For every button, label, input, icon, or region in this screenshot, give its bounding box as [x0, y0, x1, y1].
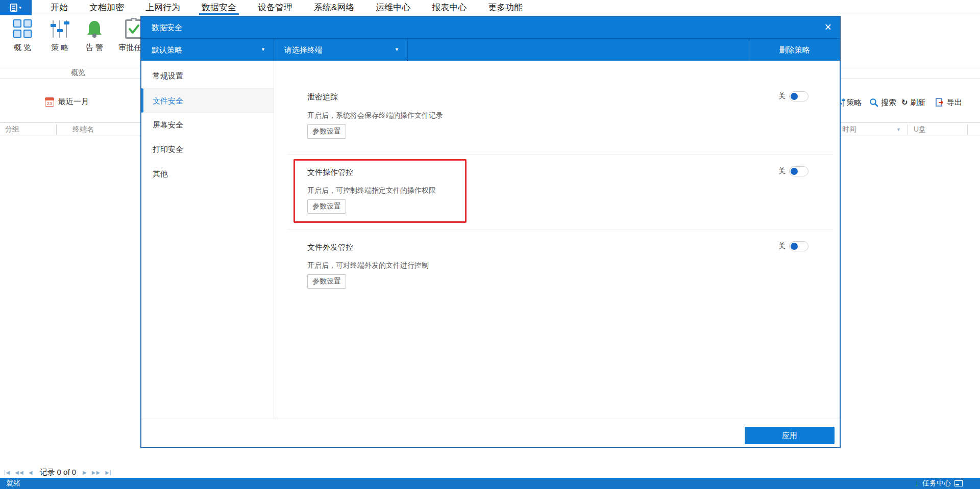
- toggle-state-label: 关: [778, 167, 786, 176]
- menu-item-ops-center[interactable]: 运维中心: [365, 0, 421, 15]
- sidebar-item-file-security[interactable]: 文件安全: [141, 88, 274, 113]
- terminal-select-dropdown[interactable]: 请选择终端 ▼: [274, 39, 408, 61]
- tool-policy-label: 策 略: [41, 43, 78, 53]
- chevron-down-icon: ▼: [261, 39, 265, 61]
- main-menu: 开始 文档加密 上网行为 数据安全 设备管理 系统&网络 运维中心 报表中心 更…: [40, 0, 533, 15]
- menu-item-system-network[interactable]: 系统&网络: [303, 0, 365, 15]
- menu-item-start[interactable]: 开始: [40, 0, 79, 15]
- tool-policy[interactable]: 策 略: [41, 18, 78, 64]
- section-file-op-title: 文件操作管控: [307, 168, 353, 177]
- chevron-down-icon: ▾: [19, 6, 21, 10]
- alert-bell-icon: [84, 19, 105, 40]
- dialog-toolbar: 默认策略 ▼ 请选择终端 ▼ 删除策略: [141, 38, 840, 61]
- leak-trace-toggle[interactable]: [789, 91, 808, 101]
- column-divider: [967, 124, 968, 135]
- task-center-button[interactable]: 任务中心: [922, 479, 951, 488]
- toggle-state-label: 关: [778, 92, 786, 101]
- sidebar-item-general[interactable]: 常规设置: [141, 64, 274, 88]
- policy-sliders-icon: [50, 19, 70, 40]
- tool-alert[interactable]: 告 警: [76, 18, 113, 64]
- section-leak-trace-toggle-wrap: 关: [778, 91, 808, 101]
- close-icon[interactable]: ×: [825, 20, 831, 34]
- tool-alert-label: 告 警: [76, 43, 113, 53]
- section-file-op-toggle-wrap: 关: [778, 166, 808, 176]
- toggle-state-label: 关: [778, 242, 786, 251]
- column-sort-caret-icon[interactable]: ▼: [896, 127, 901, 132]
- section-file-out-toggle-wrap: 关: [778, 241, 808, 251]
- dialog-body: 常规设置 文件安全 屏幕安全 打印安全 其他 泄密追踪 关 开启后，系统将会保存…: [141, 61, 840, 419]
- apply-button[interactable]: 应用: [745, 427, 835, 444]
- prev-group-button[interactable]: ◀◀: [15, 470, 23, 475]
- column-header-terminal[interactable]: 终端名: [72, 125, 94, 134]
- record-count: 记录 0 of 0: [39, 468, 76, 477]
- terminal-select-placeholder: 请选择终端: [284, 45, 323, 54]
- section-leak-trace-desc: 开启后，系统将会保存终端的操作文件记录: [307, 111, 443, 120]
- chevron-down-icon: ▼: [395, 39, 399, 61]
- export-tool-button[interactable]: 导出: [935, 96, 962, 109]
- tool-overview-label: 概 览: [4, 43, 41, 53]
- search-icon: [869, 98, 878, 107]
- dialog-title-bar: 数据安全 ×: [141, 17, 840, 38]
- delete-policy-button[interactable]: 删除策略: [749, 39, 840, 61]
- ribbon-group-label: 概览: [53, 68, 104, 78]
- section-file-out-desc: 开启后，可对终端外发的文件进行控制: [307, 261, 429, 270]
- menu-item-more[interactable]: 更多功能: [477, 0, 533, 15]
- menu-item-report-center[interactable]: 报表中心: [421, 0, 477, 15]
- download-arrow-icon: ↓: [915, 479, 919, 488]
- dialog-content: 泄密追踪 关 开启后，系统将会保存终端的操作文件记录 参数设置 文件操作管控 关…: [274, 61, 840, 419]
- policy-select-dropdown[interactable]: 默认策略 ▼: [141, 39, 274, 61]
- search-tool-label: 搜索: [881, 98, 896, 108]
- search-tool-button[interactable]: 搜索: [869, 96, 896, 109]
- policy-select-value: 默认策略: [152, 45, 182, 54]
- menu-item-data-security[interactable]: 数据安全: [191, 0, 247, 15]
- column-header-usb[interactable]: U盘: [914, 125, 926, 134]
- leak-trace-param-button[interactable]: 参数设置: [307, 124, 346, 139]
- section-divider: [287, 229, 833, 229]
- column-header-group[interactable]: 分组: [5, 125, 19, 134]
- app-list-icon: [10, 4, 17, 12]
- column-header-time[interactable]: 时间: [842, 125, 856, 134]
- column-divider: [908, 124, 908, 135]
- overview-grid-icon: [12, 19, 33, 40]
- dialog-footer: 应用: [141, 419, 840, 447]
- pagination-bar: |◀ ◀◀ ◀ 记录 0 of 0 ▶ ▶▶ ▶|: [0, 466, 980, 478]
- first-page-button[interactable]: |◀: [4, 470, 10, 475]
- data-security-dialog: 数据安全 × 默认策略 ▼ 请选择终端 ▼ 删除策略 常规设置 文件安全 屏幕安…: [140, 16, 841, 448]
- prev-page-button[interactable]: ◀: [29, 470, 33, 475]
- dialog-title: 数据安全: [152, 23, 182, 33]
- date-range-filter[interactable]: 23 最近一月: [45, 97, 89, 107]
- section-file-op-desc: 开启后，可控制终端指定文件的操作权限: [307, 186, 436, 195]
- menu-item-device-mgmt[interactable]: 设备管理: [247, 0, 303, 15]
- sidebar-item-other[interactable]: 其他: [141, 162, 274, 186]
- file-op-param-button[interactable]: 参数设置: [307, 199, 346, 214]
- date-range-label: 最近一月: [58, 97, 89, 107]
- calendar-icon: 23: [45, 97, 54, 107]
- top-menubar: ▾ 开始 文档加密 上网行为 数据安全 设备管理 系统&网络 运维中心 报表中心…: [0, 0, 980, 15]
- next-group-button[interactable]: ▶▶: [92, 470, 101, 475]
- section-divider: [287, 154, 833, 155]
- file-op-toggle[interactable]: [789, 166, 808, 176]
- export-tool-label: 导出: [947, 98, 962, 108]
- next-page-button[interactable]: ▶: [83, 470, 87, 475]
- dialog-sidebar: 常规设置 文件安全 屏幕安全 打印安全 其他: [141, 61, 274, 419]
- column-divider: [56, 124, 57, 135]
- section-file-out-title: 文件外发管控: [307, 243, 353, 252]
- last-page-button[interactable]: ▶|: [105, 470, 111, 475]
- refresh-tool-button[interactable]: ↻ 刷新: [901, 96, 926, 109]
- task-window-icon[interactable]: [954, 480, 963, 486]
- tool-overview[interactable]: 概 览: [4, 18, 41, 64]
- file-out-param-button[interactable]: 参数设置: [307, 274, 346, 289]
- menu-item-doc-encrypt[interactable]: 文档加密: [79, 0, 135, 15]
- sidebar-item-screen-security[interactable]: 屏幕安全: [141, 113, 274, 137]
- file-out-toggle[interactable]: [789, 241, 808, 251]
- export-file-icon: [935, 98, 944, 107]
- menu-item-web-behavior[interactable]: 上网行为: [135, 0, 191, 15]
- refresh-icon: ↻: [901, 97, 908, 108]
- status-ready-text: 就绪: [6, 479, 20, 488]
- policy-tool-label: 策略: [846, 98, 862, 108]
- refresh-tool-label: 刷新: [911, 98, 926, 108]
- sidebar-item-print-security[interactable]: 打印安全: [141, 137, 274, 162]
- status-bar: 就绪 ↓ 任务中心: [0, 478, 980, 489]
- app-menu-button[interactable]: ▾: [0, 0, 32, 15]
- section-leak-trace-title: 泄密追踪: [307, 92, 338, 102]
